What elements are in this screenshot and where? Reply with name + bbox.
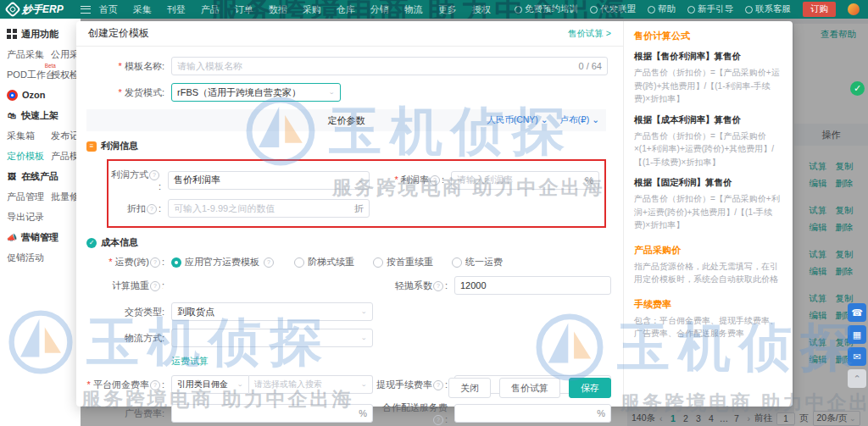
miaoshou-logo-icon — [4, 1, 21, 18]
topbar-right-item-3[interactable]: 新手引导 — [687, 3, 733, 15]
sidebar-item-定价模板[interactable]: 定价模板 — [7, 150, 51, 163]
currency-cny-select[interactable]: 人民币(CNY) — [487, 114, 548, 126]
delivery-type-select[interactable]: 到取货点 ⌄ — [171, 302, 373, 321]
info-icon — [149, 379, 162, 390]
topbar-right-label-1: 代发联盟 — [600, 3, 636, 15]
coop-fee-label: 合作配送服务费: — [373, 401, 454, 425]
back-to-top-icon[interactable]: ⌃ — [848, 369, 866, 388]
pricing-param-bar: 定价参数 人民币(CNY) 卢布(₽) — [86, 109, 606, 131]
ship-mode-select[interactable]: rFBS（适用于跨境自营卖家） ⌄ — [171, 83, 341, 102]
freight-option-3[interactable]: 统一运费 — [452, 256, 503, 268]
freight-label: 运费(跨): — [76, 256, 171, 268]
freight-option-0[interactable]: 应用官方运费模板 — [171, 256, 275, 268]
nav-item-11[interactable]: 授权 — [472, 3, 491, 16]
image-icon: 🖼 — [7, 171, 17, 181]
discount-input[interactable]: 可输入1-9.99之间的数值 折 — [168, 199, 370, 218]
menu-icon[interactable] — [81, 6, 91, 14]
info-icon — [149, 257, 162, 267]
sidebar-row-9: 导出记录 — [0, 207, 81, 227]
sidebar-item-产品采集[interactable]: 产品采集 — [7, 48, 51, 61]
profit-section-header: ≡ 利润信息 — [86, 140, 615, 152]
beta-badge: Beta — [44, 63, 55, 68]
sidebar-row-5: 采集箱发布记录 — [0, 125, 81, 146]
profit-mode-select[interactable]: 售价利润率 ⌄ — [168, 171, 370, 190]
chevron-down-icon: ⌄ — [357, 177, 364, 184]
feedback-icon[interactable]: ✉ — [848, 347, 866, 366]
nav-item-4[interactable]: 订单 — [235, 3, 253, 16]
coop-fee-input[interactable]: % — [454, 404, 611, 423]
formula-body-2: 产品售价（折扣价）=【产品采购价+利润+运费(跨价)+其他费用】/【(1-手续费… — [634, 192, 782, 232]
sidebar: 通用功能产品采集公用采集POD工作台Beta授权检测Ozon🛍快速上架采集箱发布… — [0, 19, 81, 426]
profit-rate-input[interactable]: 请输入利润率 % — [451, 171, 599, 190]
radio-icon — [452, 257, 462, 268]
sidebar-group-7[interactable]: 🖼在线产品 — [0, 166, 81, 186]
commission-search-select[interactable]: 请选择或输入搜索 ⌄ — [249, 375, 373, 394]
nav-item-2[interactable]: 刊登 — [167, 3, 186, 16]
logistics-label: 物流方式: — [76, 332, 171, 345]
topbar-right-item-0[interactable]: 免费预约培训 — [515, 3, 578, 15]
nav-item-0[interactable]: 首页 — [99, 3, 118, 16]
sidebar-item-促销活动[interactable]: 促销活动 — [7, 252, 51, 264]
sidebar-group-label: 营销管理 — [21, 231, 58, 244]
nav-item-1[interactable]: 采集 — [133, 3, 152, 16]
freight-option-1[interactable]: 阶梯式续重 — [294, 256, 354, 268]
annotation-red-box: 利润方式: 售价利润率 ⌄ 利润率: 请输入利润率 % 折扣: 可输入1-9.9… — [107, 159, 606, 228]
save-button[interactable]: 保存 — [569, 378, 611, 398]
fee-rate-body: 包含：平台佣金费率、提现手续费率、广告费率、合作配送服务费率 — [634, 314, 782, 340]
sidebar-group-0[interactable]: 通用功能 — [0, 24, 81, 44]
app-logo-text: 妙手ERP — [22, 3, 64, 17]
cost-section-header: ✓ 成本信息 — [86, 236, 615, 249]
currency-rub-select[interactable]: 卢布(₽) — [560, 114, 599, 126]
nav-item-6[interactable]: 采购 — [303, 3, 321, 16]
nav-item-8[interactable]: 分销 — [370, 3, 389, 16]
nav-item-9[interactable]: 物流 — [404, 3, 423, 16]
status-check-float[interactable]: ✓ — [850, 81, 865, 96]
app-logo[interactable]: 妙手ERP — [0, 3, 72, 17]
logistics-select[interactable]: ⌄ — [171, 329, 373, 347]
order-button[interactable]: 订购 — [803, 2, 836, 17]
ad-rate-input[interactable]: % — [171, 404, 373, 423]
nav-item-3[interactable]: 产品 — [201, 3, 220, 16]
nav-item-7[interactable]: 仓库 — [337, 3, 355, 16]
close-button[interactable]: 关闭 — [448, 378, 491, 398]
topbar-right-item-4[interactable]: 联系客服 — [745, 3, 791, 15]
customer-service-icon[interactable]: ☎ — [848, 303, 866, 322]
sidebar-row-8: 产品管理批量修改 — [0, 186, 81, 207]
sidebar-item-POD工作台[interactable]: POD工作台Beta — [7, 69, 51, 81]
modal-title: 创建定价模板 — [88, 26, 149, 41]
radio-icon — [294, 257, 304, 268]
ship-mode-label: 发货模式: — [76, 86, 171, 99]
template-name-input[interactable]: 请输入模板名称 0 / 64 — [171, 57, 608, 75]
topbar: 妙手ERP 首页采集刊登产品订单数据采购仓库分销物流更多授权 免费预约培训代发联… — [0, 0, 868, 19]
nav-item-10[interactable]: 更多 — [438, 3, 457, 16]
sidebar-group-10[interactable]: 📣营销管理 — [0, 227, 81, 247]
user-avatar[interactable] — [848, 3, 860, 15]
freight-option-2[interactable]: 按首重续重 — [373, 256, 433, 268]
sidebar-item-产品管理[interactable]: 产品管理 — [7, 191, 51, 203]
light-factor-input[interactable]: 12000 — [454, 276, 611, 295]
char-counter: 0 / 64 — [573, 61, 602, 71]
sidebar-group-3[interactable]: Ozon — [0, 85, 81, 105]
sidebar-row-2: POD工作台Beta授权检测 — [0, 64, 81, 85]
topbar-right-item-2[interactable]: 帮助 — [648, 3, 676, 15]
megaphone-icon: 📣 — [7, 232, 17, 242]
price-trial-link[interactable]: 售价试算 > — [568, 28, 611, 40]
grid-icon — [7, 29, 17, 39]
sidebar-group-label: 通用功能 — [21, 28, 58, 41]
freight-trial-link[interactable]: 运费试算 — [171, 355, 209, 368]
discount-label: 折扣: — [108, 202, 168, 215]
commission-mode-select[interactable]: 引用类目佣金 ⌄ — [171, 375, 249, 394]
nav-item-5[interactable]: 数据 — [269, 3, 287, 16]
floating-toolbar: ☎ ▦ ✉ ⌃ — [848, 303, 866, 388]
topbar-right-icon-1 — [590, 6, 598, 14]
info-icon — [429, 174, 442, 185]
sidebar-item-采集箱[interactable]: 采集箱 — [7, 130, 51, 142]
purchase-price-body: 指产品货源价格，此处无需填写，在引用定价模板时，系统会自动获取此价格 — [634, 260, 782, 286]
radio-label: 阶梯式续重 — [308, 256, 354, 268]
topbar-right-item-1[interactable]: 代发联盟 — [590, 3, 636, 15]
topbar-right-icon-0 — [515, 6, 522, 14]
qr-code-icon[interactable]: ▦ — [848, 325, 866, 344]
sidebar-item-导出记录[interactable]: 导出记录 — [7, 211, 51, 224]
price-trial-button[interactable]: 售价试算 — [499, 378, 560, 398]
sidebar-group-4[interactable]: 🛍快速上架 — [0, 105, 81, 125]
